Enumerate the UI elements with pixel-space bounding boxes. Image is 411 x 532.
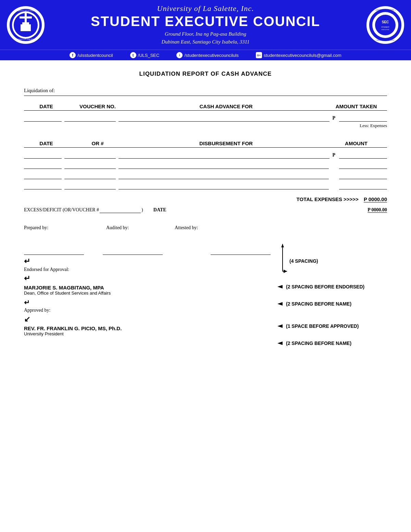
attested-sig-line [211,255,271,255]
social-twitter: t /ULS_SEC [130,52,160,58]
header-university-name: University of La Salette, Inc. [51,4,360,13]
name2-sub: University President [24,331,271,336]
amount2-field-1[interactable] [339,151,387,159]
col-cash-header: CASH ADVANCE FOR [127,103,325,110]
date2-field-1[interactable] [24,151,62,159]
disbursement-field-1[interactable] [119,151,329,159]
date2-field-4[interactable] [24,182,62,189]
arrow-down-1: ↵ [24,258,30,265]
svg-text:EXECUTIVE: EXECUTIVE [382,29,389,30]
date2-field-2[interactable] [24,161,62,169]
twitter-label: /ULS_SEC [138,53,160,58]
prepared-by-label: Prepared by: [24,225,103,231]
svg-text:STUDENT EXECUTIVE COUNCIL: STUDENT EXECUTIVE COUNCIL [375,39,396,41]
or-field-2[interactable] [64,161,116,169]
cash-advance-field-1[interactable] [119,114,329,122]
google-label: studentexecutivecounciluls@gmail.com [264,53,341,58]
header-address: Ground Floor, Ina ng Pag-asa Building Du… [51,30,360,46]
svg-point-11 [375,15,396,35]
svg-text:UNIVERSITY OF LA SALETTE: UNIVERSITY OF LA SALETTE [14,10,38,12]
col-amount-header: AMOUNT TAKEN [325,103,387,110]
audited-by-label: Audited by: [106,225,175,231]
excess-paren: ) [141,207,143,213]
instagram-label: /studentexecutivecounciluls [184,53,238,58]
name2-bold: REV. FR. FRANKLIN G. PICIO, MS, Ph.D. [24,325,271,331]
svg-text:SEC: SEC [382,20,389,24]
spacing-4-note: (4 SPACING) [289,258,318,264]
svg-marker-20 [284,270,287,273]
total-expenses-value: P 0000.00 [364,196,387,202]
prepared-sig-line [24,255,84,255]
voucher-field-1[interactable] [64,114,116,122]
col-voucher-header: VOUCHER NO. [68,103,127,110]
facebook-label: /ulsstudentcouncil [77,53,113,58]
disbursement-field-3[interactable] [119,172,329,179]
main-content: LIQUIDATION REPORT OF CASH ADVANCE Liqui… [0,60,411,360]
facebook-icon: f [70,52,76,58]
table2: DATE OR # DISBURSEMENT FOR AMOUNT P [24,140,387,189]
name1-bold: MARJORIE S. MAGBITANG, MPA [24,285,271,290]
or-field-3[interactable] [64,172,116,179]
excess-value: P 0000.00 [368,207,387,213]
social-google: G+ studentexecutivecounciluls@gmail.com [256,52,341,58]
social-bar: f /ulsstudentcouncil t /ULS_SEC i /stude… [0,50,411,60]
twitter-icon: t [130,52,136,58]
name1-sub: Dean, Office of Student Services and Aff… [24,290,271,296]
or-field-1[interactable] [64,151,116,159]
col-date-header: DATE [24,103,68,110]
liquidation-of-label: Liquidation of: [24,88,58,95]
amount2-field-4[interactable] [339,182,387,189]
left-logo: UNIVERSITY OF LA SALETTE SANTIAGO CITY, … [7,6,45,44]
document-title: LIQUIDATION REPORT OF CASH ADVANCE [24,71,387,77]
excess-label: EXCESS/DEFICIT (OR/VOUCHER # [24,207,99,213]
or-field-4[interactable] [64,182,116,189]
svg-marker-24 [277,342,283,345]
spacing-2-name2-note: (2 SPACING BEFORE NAME) [286,341,351,346]
spacing-1-approved-note: (1 SPACE BEFORE APPROVED) [286,323,359,329]
amount2-field-3[interactable] [339,172,387,179]
total-expenses-row: TOTAL EXPENSES >>>>> P 0000.00 [24,196,387,202]
svg-text:UNIVERSITY OF LA SALETTE, INC.: UNIVERSITY OF LA SALETTE, INC. [373,9,398,11]
disbursement-field-4[interactable] [119,182,329,189]
spacing-2-endorsed-note: (2 SPACING BEFORE ENDORSED) [286,284,364,289]
less-expenses-label: Less: Expenses [24,123,387,128]
google-icon: G+ [256,52,262,58]
svg-marker-21 [277,285,283,288]
approved-by-label: Approved by: [24,308,271,313]
spacing-2-name1-note: (2 SPACING BEFORE NAME) [286,301,351,307]
excess-deficit-row: EXCESS/DEFICIT (OR/VOUCHER # ) DATE P 00… [24,207,387,213]
svg-marker-22 [277,302,283,306]
table1: DATE VOUCHER NO. CASH ADVANCE FOR AMOUNT… [24,103,387,128]
excess-date-label: DATE [153,207,166,213]
date2-field-3[interactable] [24,172,62,179]
amount-field-1[interactable] [339,114,387,122]
signature-section: Prepared by: Audited by: Attested by: ↵ … [24,225,387,347]
svg-text:SANTIAGO CITY, PHILIPPINES: SANTIAGO CITY, PHILIPPINES [15,39,37,40]
right-logo: SEC STUDENT EXECUTIVE UNIVERSITY OF LA S… [366,6,404,44]
svg-marker-23 [277,324,283,328]
svg-marker-19 [281,244,284,247]
audited-sig-line [103,255,163,255]
col-amount2-header: AMOUNT [325,140,387,147]
svg-rect-6 [22,22,29,26]
excess-voucher-field[interactable] [100,207,141,213]
arrow-right-1: ↵ [24,298,30,307]
peso-symbol-2: P [332,152,335,159]
social-instagram: i /studentexecutivecounciluls [176,52,238,58]
page-header: UNIVERSITY OF LA SALETTE SANTIAGO CITY, … [0,0,411,50]
date-field-1[interactable] [24,114,62,122]
col-or-header: OR # [68,140,127,147]
disbursement-field-2[interactable] [119,161,329,169]
col-date2-header: DATE [24,140,68,147]
header-center-text: University of La Salette, Inc. STUDENT E… [45,4,366,46]
endorsed-label: Endorsed for Approval: [24,267,271,272]
social-facebook: f /ulsstudentcouncil [70,52,113,58]
amount2-field-2[interactable] [339,161,387,169]
arrow-down-2: ↵ [24,274,271,283]
peso-symbol-1: P [332,115,335,122]
col-disbursement-header: DISBURSEMENT FOR [127,140,325,147]
arrow-down-3: ↙ [24,315,271,324]
svg-rect-4 [20,16,32,18]
svg-text:STUDENT: STUDENT [381,26,389,28]
instagram-icon: i [176,52,183,58]
